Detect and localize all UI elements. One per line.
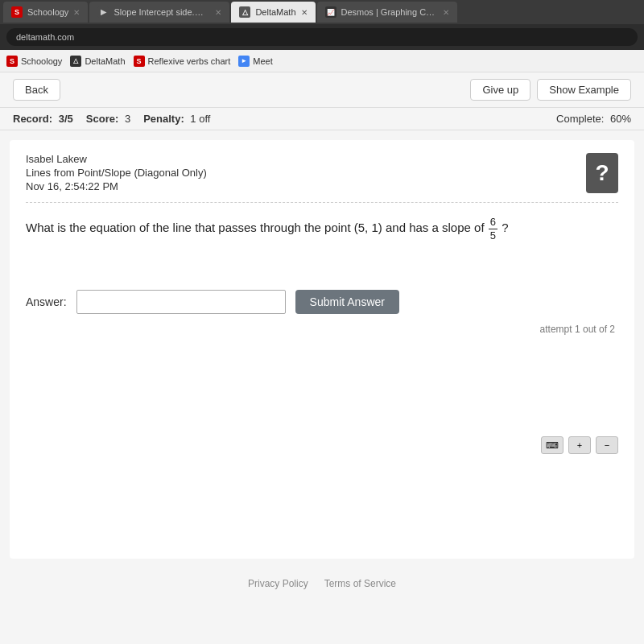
question-of-prefix: of bbox=[474, 221, 488, 234]
problem-header: Isabel Lakew Lines from Point/Slope (Dia… bbox=[26, 153, 618, 203]
mp4-tab-label: Slope Intercept side.mp4 - G... bbox=[114, 7, 210, 17]
bookmark-meet-label: Meet bbox=[253, 56, 272, 66]
top-bar: Back Give up Show Example bbox=[0, 72, 644, 108]
student-name: Isabel Lakew bbox=[26, 153, 618, 165]
fraction-denominator: 5 bbox=[489, 229, 497, 242]
bookmark-reflexive-label: Reflexive verbs chart bbox=[148, 56, 231, 66]
question-text-after: ? bbox=[502, 221, 508, 234]
bookmark-meet[interactable]: ► Meet bbox=[238, 56, 272, 67]
bookmarks-bar: S Schoology △ DeltaMath S Reflexive verb… bbox=[0, 50, 644, 72]
browser-chrome: S Schoology ✕ ▶ Slope Intercept side.mp4… bbox=[0, 0, 644, 72]
mp4-tab-icon: ▶ bbox=[97, 6, 109, 18]
answer-input[interactable] bbox=[76, 290, 286, 314]
schoology-tab-icon: S bbox=[11, 6, 23, 18]
answer-area: Answer: Submit Answer bbox=[26, 290, 618, 314]
back-button[interactable]: Back bbox=[13, 79, 60, 101]
bookmark-schoology-icon: S bbox=[6, 56, 18, 67]
show-example-button[interactable]: Show Example bbox=[537, 79, 631, 101]
desmos-tab-icon: 📈 bbox=[325, 6, 336, 18]
score-label: Score: 3 bbox=[86, 113, 130, 125]
slope-fraction: 6 5 bbox=[489, 216, 497, 242]
desmos-tab-close[interactable]: ✕ bbox=[443, 8, 449, 17]
record-value: 3/5 bbox=[59, 113, 73, 125]
address-bar-row: deltamath.com bbox=[0, 24, 644, 50]
submit-button[interactable]: Submit Answer bbox=[295, 290, 399, 314]
mp4-tab-close[interactable]: ✕ bbox=[215, 8, 221, 17]
bookmark-reflexive[interactable]: S Reflexive verbs chart bbox=[134, 56, 231, 67]
score-value: 3 bbox=[125, 113, 130, 125]
tab-deltamath[interactable]: △ DeltaMath ✕ bbox=[231, 2, 315, 23]
score-bar-left: Record: 3/5 Score: 3 Penalty: 1 off bbox=[13, 113, 210, 125]
penalty-value: 1 off bbox=[190, 113, 210, 125]
top-bar-right: Give up Show Example bbox=[470, 79, 631, 101]
help-icon[interactable]: ? bbox=[586, 153, 618, 193]
address-bar[interactable]: deltamath.com bbox=[6, 28, 638, 46]
bookmark-deltamath-label: DeltaMath bbox=[85, 56, 125, 66]
desmos-tab-label: Desmos | Graphing Calculator bbox=[341, 7, 438, 17]
answer-label: Answer: bbox=[26, 295, 67, 308]
schoology-tab-label: Schoology bbox=[27, 7, 68, 17]
zoom-out-icon-btn[interactable]: − bbox=[596, 436, 618, 454]
deltamath-tab-close[interactable]: ✕ bbox=[301, 8, 308, 17]
plus-icon: + bbox=[577, 440, 582, 450]
page-wrapper: S Schoology ✕ ▶ Slope Intercept side.mp4… bbox=[0, 0, 644, 644]
address-text: deltamath.com bbox=[16, 32, 74, 42]
attempt-text: attempt 1 out of 2 bbox=[26, 324, 618, 335]
tab-mp4[interactable]: ▶ Slope Intercept side.mp4 - G... ✕ bbox=[89, 2, 229, 23]
timestamp: Nov 16, 2:54:22 PM bbox=[26, 180, 618, 192]
complete-label-group: Complete: 60% bbox=[556, 113, 631, 125]
fraction-numerator: 6 bbox=[489, 216, 497, 229]
terms-of-service-link[interactable]: Terms of Service bbox=[324, 578, 396, 589]
bookmark-schoology-label: Schoology bbox=[21, 56, 62, 66]
complete-value: 60% bbox=[610, 113, 631, 125]
top-bar-left: Back bbox=[13, 79, 60, 101]
zoom-in-icon-btn[interactable]: + bbox=[568, 436, 591, 454]
record-label: Record: 3/5 bbox=[13, 113, 73, 125]
bookmark-reflexive-icon: S bbox=[134, 56, 145, 67]
main-content: Isabel Lakew Lines from Point/Slope (Dia… bbox=[10, 140, 634, 559]
keyboard-icon-btn[interactable]: ⌨ bbox=[541, 436, 564, 454]
score-bar: Record: 3/5 Score: 3 Penalty: 1 off Comp… bbox=[0, 108, 644, 130]
minus-icon: − bbox=[605, 440, 609, 450]
bookmark-schoology[interactable]: S Schoology bbox=[6, 56, 62, 67]
footer: Privacy Policy Terms of Service bbox=[0, 568, 644, 599]
deltamath-tab-label: DeltaMath bbox=[255, 7, 295, 17]
tab-desmos[interactable]: 📈 Desmos | Graphing Calculator ✕ bbox=[317, 2, 457, 23]
bookmark-deltamath-icon: △ bbox=[70, 56, 81, 67]
problem-text: What is the equation of the line that pa… bbox=[26, 216, 618, 242]
privacy-policy-link[interactable]: Privacy Policy bbox=[248, 578, 308, 589]
tab-schoology[interactable]: S Schoology ✕ bbox=[3, 2, 88, 23]
page-content: Back Give up Show Example Record: 3/5 Sc… bbox=[0, 72, 644, 644]
deltamath-tab-icon: △ bbox=[239, 6, 250, 18]
question-text-before: What is the equation of the line that pa… bbox=[26, 221, 471, 234]
give-up-button[interactable]: Give up bbox=[470, 79, 530, 101]
tab-bar: S Schoology ✕ ▶ Slope Intercept side.mp4… bbox=[0, 0, 644, 24]
bookmark-deltamath[interactable]: △ DeltaMath bbox=[70, 56, 125, 67]
bookmark-meet-icon: ► bbox=[238, 56, 250, 67]
toolbar-icons: ⌨ + − bbox=[541, 436, 618, 454]
keyboard-icon: ⌨ bbox=[546, 440, 559, 451]
schoology-tab-close[interactable]: ✕ bbox=[73, 8, 80, 17]
penalty-label-group: Penalty: 1 off bbox=[143, 113, 210, 125]
problem-title: Lines from Point/Slope (Diagonal Only) bbox=[26, 167, 618, 179]
